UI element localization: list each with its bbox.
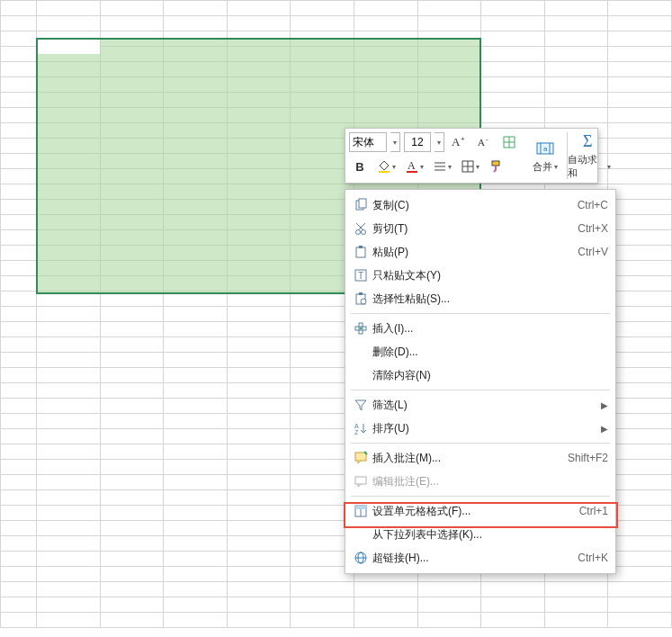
grid-cell[interactable]: [354, 1, 418, 16]
grid-cell[interactable]: [1, 261, 37, 276]
grid-cell[interactable]: [228, 414, 291, 429]
grid-cell[interactable]: [164, 613, 228, 628]
menu-item[interactable]: 剪切(T)Ctrl+X: [345, 217, 615, 240]
menu-item[interactable]: 设置单元格格式(F)...Ctrl+1: [345, 499, 615, 523]
grid-cell[interactable]: [418, 613, 482, 628]
grid-cell[interactable]: [228, 16, 291, 31]
grid-cell[interactable]: [481, 16, 545, 31]
grid-cell[interactable]: [481, 613, 545, 628]
grid-cell[interactable]: [228, 506, 291, 521]
grid-cell[interactable]: [608, 47, 672, 62]
grid-cell[interactable]: [228, 307, 291, 322]
grid-cell[interactable]: [1, 337, 37, 353]
grid-cell[interactable]: [164, 444, 228, 460]
grid-cell[interactable]: [1, 399, 37, 414]
grid-cell[interactable]: [545, 93, 609, 108]
grid-cell[interactable]: [228, 475, 291, 490]
grid-cell[interactable]: [164, 414, 228, 429]
font-color-button[interactable]: A▾: [402, 156, 426, 177]
grid-cell[interactable]: [164, 307, 228, 322]
grid-cell[interactable]: [418, 16, 482, 31]
grid-cell[interactable]: [1, 215, 37, 230]
grid-cell[interactable]: [608, 429, 672, 444]
grid-cell[interactable]: [608, 414, 672, 429]
menu-item[interactable]: 复制(C)Ctrl+C: [345, 193, 615, 217]
grid-cell[interactable]: [164, 368, 228, 383]
menu-item[interactable]: 筛选(L)▶: [345, 393, 615, 417]
grid-cell[interactable]: [101, 337, 165, 353]
grid-cell[interactable]: [608, 582, 672, 597]
grid-cell[interactable]: [164, 506, 228, 521]
menu-item[interactable]: 超链接(H)...Ctrl+K: [345, 546, 615, 570]
grid-cell[interactable]: [354, 16, 418, 31]
grid-cell[interactable]: [481, 108, 545, 123]
grid-cell[interactable]: [164, 16, 228, 31]
grid-cell[interactable]: [608, 139, 672, 154]
grid-cell[interactable]: [545, 613, 609, 628]
grid-cell[interactable]: [228, 353, 291, 368]
grid-cell[interactable]: [481, 582, 545, 597]
grid-cell[interactable]: [228, 552, 291, 567]
grid-cell[interactable]: [481, 31, 545, 47]
grid-cell[interactable]: [545, 77, 609, 93]
merge-cells-button[interactable]: a 合并▾: [524, 129, 567, 183]
grid-cell[interactable]: [608, 383, 672, 399]
grid-cell[interactable]: [101, 16, 165, 31]
grid-cell[interactable]: [1, 200, 37, 215]
grid-cell[interactable]: [481, 597, 545, 613]
grid-cell[interactable]: [101, 567, 165, 582]
grid-cell[interactable]: [228, 429, 291, 444]
grid-cell[interactable]: [37, 307, 101, 322]
grid-cell[interactable]: [228, 536, 291, 552]
grid-cell[interactable]: [1, 475, 37, 490]
grid-cell[interactable]: [608, 353, 672, 368]
menu-item[interactable]: 插入批注(M)...Shift+F2: [345, 446, 615, 470]
grid-cell[interactable]: [1, 1, 37, 16]
grid-cell[interactable]: [1, 383, 37, 399]
grid-cell[interactable]: [37, 16, 101, 31]
grid-cell[interactable]: [608, 276, 672, 292]
grid-cell[interactable]: [101, 490, 165, 506]
grid-cell[interactable]: [608, 506, 672, 521]
grid-cell[interactable]: [481, 93, 545, 108]
grid-cell[interactable]: [1, 292, 37, 307]
grid-cell[interactable]: [101, 552, 165, 567]
grid-cell[interactable]: [608, 536, 672, 552]
grid-cell[interactable]: [164, 536, 228, 552]
grid-cell[interactable]: [37, 322, 101, 337]
grid-cell[interactable]: [1, 62, 37, 77]
grid-cell[interactable]: [228, 490, 291, 506]
grid-cell[interactable]: [545, 1, 609, 16]
grid-cell[interactable]: [1, 613, 37, 628]
menu-item[interactable]: AZ排序(U)▶: [345, 417, 615, 440]
grid-cell[interactable]: [228, 337, 291, 353]
grid-cell[interactable]: [1, 93, 37, 108]
grid-cell[interactable]: [608, 246, 672, 261]
grid-cell[interactable]: [101, 506, 165, 521]
decrease-font-button[interactable]: A-: [473, 131, 495, 153]
grid-cell[interactable]: [101, 613, 165, 628]
grid-cell[interactable]: [608, 184, 672, 200]
grid-cell[interactable]: [608, 597, 672, 613]
grid-cell[interactable]: [1, 597, 37, 613]
font-size-input[interactable]: [404, 132, 431, 152]
grid-cell[interactable]: [101, 536, 165, 552]
grid-cell[interactable]: [101, 414, 165, 429]
grid-cell[interactable]: [37, 536, 101, 552]
grid-cell[interactable]: [291, 16, 354, 31]
grid-cell[interactable]: [101, 399, 165, 414]
grid-cell[interactable]: [608, 444, 672, 460]
grid-cell[interactable]: [354, 582, 418, 597]
grid-cell[interactable]: [164, 399, 228, 414]
grid-cell[interactable]: [608, 123, 672, 139]
grid-cell[interactable]: [228, 399, 291, 414]
grid-cell[interactable]: [37, 582, 101, 597]
grid-cell[interactable]: [608, 169, 672, 184]
grid-cell[interactable]: [101, 429, 165, 444]
grid-cell[interactable]: [545, 582, 609, 597]
grid-cell[interactable]: [37, 399, 101, 414]
grid-cell[interactable]: [228, 322, 291, 337]
grid-cell[interactable]: [228, 368, 291, 383]
font-name-dropdown[interactable]: ▾: [390, 132, 400, 152]
grid-cell[interactable]: [228, 521, 291, 536]
